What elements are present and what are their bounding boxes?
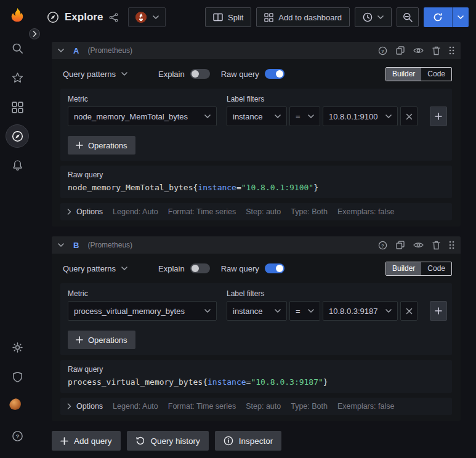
add-query-label: Add query bbox=[74, 436, 112, 446]
label-filter-name: instance bbox=[233, 307, 262, 316]
label-filter-value-select[interactable]: 10.8.0.1:9100 bbox=[323, 106, 398, 126]
compass-icon bbox=[12, 131, 23, 142]
drag-handle-icon[interactable] bbox=[449, 46, 454, 55]
duplicate-query-icon[interactable] bbox=[396, 46, 405, 55]
raw-query-toggle[interactable] bbox=[265, 69, 284, 79]
svg-text:?: ? bbox=[381, 243, 384, 248]
explore-compass-icon bbox=[47, 11, 59, 23]
label-filter-operator-select[interactable]: = bbox=[289, 106, 320, 126]
share-icon[interactable] bbox=[109, 13, 118, 22]
sidebar-item-profile[interactable] bbox=[5, 394, 30, 419]
caret-down-icon bbox=[204, 309, 211, 313]
caret-down-icon bbox=[121, 72, 127, 76]
sidebar-item-help[interactable]: ? bbox=[5, 424, 30, 448]
raw-query-toggle[interactable] bbox=[265, 263, 284, 273]
sidebar-item-explore[interactable] bbox=[6, 124, 29, 148]
option-legend: Legend: Auto bbox=[113, 402, 158, 411]
operations-button[interactable]: Operations bbox=[68, 331, 135, 349]
raw-query-expression: node_memory_MemTotal_bytes{instance="10.… bbox=[68, 183, 445, 192]
promql-operator: = bbox=[236, 183, 241, 192]
option-step: Step: auto bbox=[246, 402, 281, 411]
run-query-dropdown[interactable] bbox=[452, 7, 469, 27]
label-filter-value-select[interactable]: 10.8.0.3:9187 bbox=[323, 301, 398, 321]
editor-mode-switch: Builder Code bbox=[385, 67, 452, 81]
code-mode-button[interactable]: Code bbox=[421, 68, 451, 81]
split-icon bbox=[213, 13, 223, 22]
time-picker-button[interactable] bbox=[355, 7, 392, 27]
builder-mode-button[interactable]: Builder bbox=[386, 68, 421, 81]
sidebar-item-alerting[interactable] bbox=[5, 153, 30, 177]
sidebar-expand-button[interactable] bbox=[29, 28, 40, 39]
drag-handle-icon[interactable] bbox=[449, 241, 454, 249]
query-row-header-b[interactable]: B (Prometheus) ? bbox=[52, 236, 461, 254]
sidebar-item-server-admin[interactable] bbox=[5, 364, 30, 389]
label-filter-value: 10.8.0.3:9187 bbox=[329, 307, 378, 316]
query-options-collapsible[interactable]: Options Legend: Auto Format: Time series… bbox=[60, 203, 452, 220]
datasource-picker[interactable] bbox=[128, 7, 166, 27]
caret-down-icon bbox=[308, 309, 314, 313]
hide-response-eye-icon[interactable] bbox=[413, 47, 424, 54]
remove-filter-button[interactable] bbox=[400, 106, 418, 126]
metric-select[interactable]: process_virtual_memory_bytes bbox=[68, 301, 217, 321]
add-filter-button[interactable] bbox=[430, 301, 447, 321]
sidebar-item-starred[interactable] bbox=[5, 65, 30, 90]
code-mode-button[interactable]: Code bbox=[421, 262, 451, 275]
remove-query-trash-icon[interactable] bbox=[432, 241, 440, 250]
run-query-button[interactable] bbox=[424, 7, 469, 27]
caret-down-icon bbox=[385, 114, 392, 118]
page-title: Explore bbox=[65, 11, 103, 23]
zoom-out-button[interactable] bbox=[397, 7, 419, 27]
sidebar-item-configuration[interactable] bbox=[5, 335, 30, 360]
sidebar-item-search[interactable] bbox=[5, 36, 30, 60]
duplicate-query-icon[interactable] bbox=[396, 241, 405, 249]
operations-button[interactable]: Operations bbox=[68, 136, 135, 155]
help-icon[interactable]: ? bbox=[378, 241, 387, 250]
grafana-logo-icon[interactable] bbox=[8, 6, 26, 25]
query-ref-id: A bbox=[73, 46, 79, 55]
chevron-right-icon bbox=[33, 31, 37, 37]
add-query-button[interactable]: Add query bbox=[52, 431, 121, 451]
explain-toggle[interactable] bbox=[190, 69, 210, 79]
query-patterns-dropdown[interactable]: Query patterns bbox=[60, 70, 130, 79]
label-filters-column: Label filters instance = bbox=[227, 289, 447, 321]
collapse-chevron-icon[interactable] bbox=[58, 243, 64, 247]
explain-toggle[interactable] bbox=[190, 263, 210, 273]
promql-metric: process_virtual_memory_bytes{ bbox=[68, 377, 208, 387]
query-history-button[interactable]: Query history bbox=[127, 431, 209, 451]
hide-response-eye-icon[interactable] bbox=[413, 241, 424, 249]
metric-label: Metric bbox=[68, 289, 217, 298]
label-filter-name-select[interactable]: instance bbox=[227, 106, 287, 126]
add-to-dashboard-button[interactable]: Add to dashboard bbox=[256, 7, 350, 27]
zoom-out-icon bbox=[403, 12, 413, 22]
query-row-header-a[interactable]: A (Prometheus) ? bbox=[52, 42, 461, 59]
chevron-right-icon bbox=[67, 403, 71, 409]
remove-filter-button[interactable] bbox=[400, 301, 418, 321]
caret-down-icon bbox=[121, 267, 127, 270]
metric-column: Metric process_virtual_memory_bytes bbox=[68, 289, 217, 321]
collapse-chevron-icon[interactable] bbox=[58, 49, 64, 52]
query-history-label: Query history bbox=[151, 436, 200, 446]
label-filter-name-select[interactable]: instance bbox=[227, 301, 287, 321]
options-label: Options bbox=[76, 207, 103, 216]
metric-value: process_virtual_memory_bytes bbox=[74, 307, 185, 316]
split-button[interactable]: Split bbox=[205, 7, 251, 27]
plus-icon bbox=[435, 307, 442, 315]
chevron-right-icon bbox=[67, 209, 71, 215]
metric-select[interactable]: node_memory_MemTotal_bytes bbox=[68, 106, 217, 126]
promql-label-name: instance bbox=[198, 183, 236, 192]
help-icon[interactable]: ? bbox=[378, 46, 387, 55]
explain-label: Explain bbox=[158, 70, 185, 79]
label-filter-operator-select[interactable]: = bbox=[289, 301, 320, 321]
option-type: Type: Both bbox=[291, 402, 328, 411]
builder-mode-button[interactable]: Builder bbox=[386, 262, 421, 275]
explain-toggle-group: Explain bbox=[158, 263, 210, 273]
inspector-button[interactable]: Inspector bbox=[215, 431, 282, 451]
add-filter-button[interactable] bbox=[430, 106, 447, 126]
query-editor-toolbar: Query patterns Explain Raw query Bu bbox=[60, 259, 452, 278]
visual-query-builder: Metric process_virtual_memory_bytes Labe… bbox=[60, 283, 452, 355]
query-patterns-dropdown[interactable]: Query patterns bbox=[60, 264, 130, 273]
remove-query-trash-icon[interactable] bbox=[432, 46, 440, 55]
sidebar-item-dashboards[interactable] bbox=[5, 95, 30, 119]
caret-down-icon bbox=[458, 15, 464, 19]
query-options-collapsible[interactable]: Options Legend: Auto Format: Time series… bbox=[60, 398, 452, 415]
